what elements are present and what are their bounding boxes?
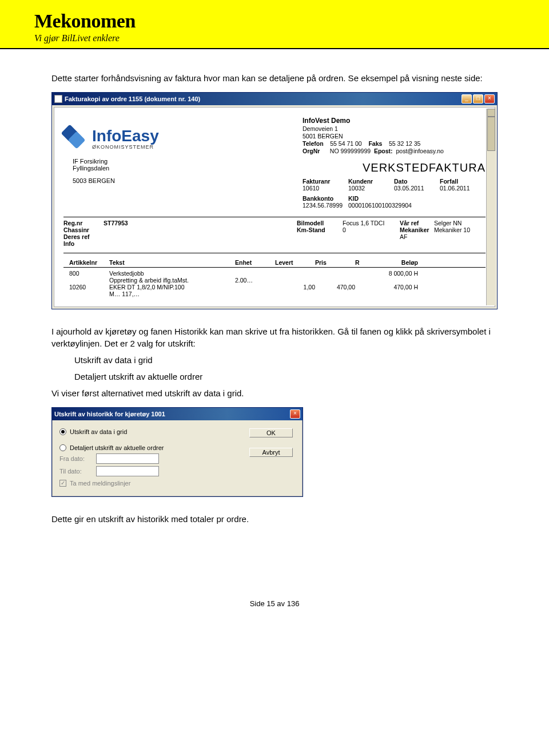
radio-detailed[interactable]: Detaljert utskrift av aktuelle ordrer — [59, 444, 244, 451]
invoice-preview-window: Fakturakopi av ordre 1155 (dokument nr. … — [51, 92, 498, 309]
customer-addr2: 5003 BERGEN — [73, 177, 159, 184]
scroll-up-icon[interactable] — [487, 109, 495, 117]
cell-pris — [315, 291, 355, 297]
info-label: Info — [63, 240, 104, 247]
meta-bank: 1234.56.78999 — [303, 202, 348, 209]
scroll-thumb[interactable] — [487, 117, 495, 151]
app-icon — [54, 95, 62, 103]
radio-grid-label: Utskrift av data i grid — [70, 428, 127, 435]
ok-button[interactable]: OK — [249, 428, 293, 437]
meta-kid: 0000106100100329904 — [348, 202, 486, 209]
cell-r — [355, 284, 372, 291]
meta-kid-h: KID — [348, 195, 486, 202]
cell-tekst: Oppretting & arbeid iflg.taMst. — [109, 277, 235, 284]
invoice-line: Oppretting & arbeid iflg.taMst.2.00… — [69, 277, 480, 284]
cell-pris — [315, 270, 355, 277]
cell-belop — [372, 277, 418, 284]
varref-value: Selger NN — [434, 220, 486, 226]
cell-enhet — [235, 284, 275, 291]
page-header: Mekonomen Vi gjør BilLivet enklere — [0, 0, 549, 49]
kmstand-value: 0 — [343, 226, 400, 233]
brand-tagline: Vi gjør BilLivet enklere — [34, 33, 549, 43]
checkbox-icon: ✓ — [59, 480, 66, 487]
kmstand-label: Km-Stand — [297, 226, 343, 233]
closing-paragraph: Dette gir en utskrift av historikk med t… — [51, 513, 498, 525]
option-2: Detaljert utskrift av aktuelle ordrer — [74, 371, 498, 383]
deresref-label: Deres ref — [63, 233, 104, 240]
chassi-label: Chassinr — [63, 226, 104, 233]
meta-dato-h: Dato — [394, 178, 440, 185]
fax-value: 55 32 12 35 — [389, 140, 420, 147]
from-date-label: Fra dato: — [59, 455, 92, 462]
regnr-label: Reg.nr — [63, 220, 104, 226]
meta-kundenr: 10032 — [348, 185, 394, 192]
option-1: Utskrift av data i grid — [74, 354, 498, 366]
radio-detailed-label: Detaljert utskrift av aktuelle ordrer — [70, 444, 164, 451]
cell-r — [355, 270, 372, 277]
cancel-button[interactable]: Avbryt — [249, 448, 293, 457]
close-icon[interactable]: × — [484, 94, 495, 104]
cell-levert — [275, 270, 315, 277]
from-date-input[interactable] — [96, 453, 159, 464]
logo-sub: ØKONOMISYSTEMER — [92, 144, 159, 150]
cell-art — [69, 291, 109, 297]
radio-grid[interactable]: Utskrift av data i grid — [59, 428, 244, 435]
customer-addr1: Fyllingsdalen — [73, 165, 159, 172]
cell-tekst: EKER DT 1,8/2,0 M/NIP.100 — [109, 284, 235, 291]
vehicle-details: Reg.nr ST77953 Bilmodell Focus 1,6 TDCI … — [58, 220, 491, 247]
cell-belop — [372, 291, 418, 297]
bilmodell-value: Focus 1,6 TDCI — [343, 220, 400, 226]
invoice-line: 10260EKER DT 1,8/2,0 M/NIP.1001,00470,00… — [69, 284, 480, 291]
mid-paragraph-2: Vi viser først alternativet med utskrift… — [51, 387, 498, 399]
meta-fakturanr-h: Fakturanr — [303, 178, 348, 185]
document-body: Dette starter forhåndsvisning av faktura… — [0, 49, 549, 525]
cell-r — [355, 291, 372, 297]
dialog-title: Utskrift av historikk for kjøretøy 1001 — [54, 411, 165, 417]
cell-levert: 1,00 — [275, 284, 315, 291]
col-levert: Levert — [275, 259, 315, 266]
radio-icon[interactable] — [59, 428, 66, 435]
company-name: InfoVest Demo — [303, 117, 486, 125]
cell-art: 800 — [69, 270, 109, 277]
to-date-input[interactable] — [96, 466, 159, 476]
print-history-dialog: Utskrift av historikk for kjøretøy 1001 … — [51, 407, 303, 497]
cell-r — [355, 277, 372, 284]
cell-art — [69, 277, 109, 284]
org-value: NO 999999999 — [330, 148, 371, 154]
company-block: InfoVest Demo Demoveien 1 5001 BERGEN Te… — [303, 117, 486, 154]
close-icon[interactable]: × — [290, 409, 300, 419]
mek-label: Mekaniker — [400, 226, 434, 233]
col-artikkelnr: Artikkelnr — [69, 259, 109, 266]
customer-name: IF Forsikring — [73, 158, 159, 165]
minimize-icon[interactable]: _ — [462, 94, 472, 104]
col-belop: Beløp — [372, 259, 418, 266]
invoice-document: InfoEasy ØKONOMISYSTEMER IF Forsikring F… — [54, 107, 495, 307]
col-enhet: Enhet — [235, 259, 275, 266]
cell-enhet: 2.00… — [235, 277, 275, 284]
infoeasy-logo-icon — [63, 127, 86, 150]
col-tekst: Tekst — [109, 259, 235, 266]
cell-belop: 8 000,00 H — [372, 270, 418, 277]
tel-value: 55 54 71 00 — [330, 140, 361, 147]
email-label: Epost: — [374, 148, 393, 154]
cell-levert — [275, 291, 315, 297]
include-messages-row: ✓ Ta med meldingslinjer — [59, 480, 244, 487]
maximize-icon[interactable]: □ — [473, 94, 483, 104]
vertical-scrollbar[interactable] — [486, 109, 495, 305]
brand-name: Mekonomen — [34, 10, 549, 32]
dialog-titlebar[interactable]: Utskrift av historikk for kjøretøy 1001 … — [52, 408, 303, 420]
meta-forfall: 01.06.2011 — [440, 185, 486, 192]
varref-label: Vår ref — [400, 220, 434, 226]
cell-belop: 470,00 H — [372, 284, 418, 291]
mid-paragraph-1: I ajourhold av kjøretøy og fanen Histori… — [51, 325, 498, 349]
intro-paragraph: Dette starter forhåndsvisning av faktura… — [51, 72, 498, 84]
window-titlebar[interactable]: Fakturakopi av ordre 1155 (dokument nr. … — [52, 93, 497, 105]
radio-icon[interactable] — [59, 444, 66, 451]
customer-block: IF Forsikring Fyllingsdalen 5003 BERGEN — [63, 158, 159, 184]
col-pris: Pris — [315, 259, 355, 266]
email-value: post@infoeasy.no — [396, 148, 443, 154]
meta-forfall-h: Forfall — [440, 178, 486, 185]
cell-levert — [275, 277, 315, 284]
document-type: VERKSTEDFAKTURA — [303, 161, 486, 174]
meta-dato: 03.05.2011 — [394, 185, 440, 192]
